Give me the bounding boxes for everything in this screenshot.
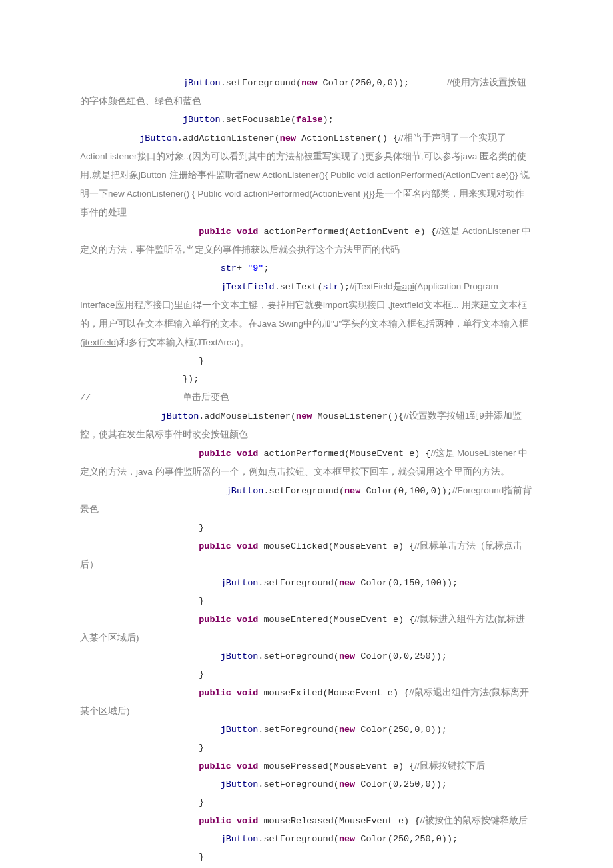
code-line: jButton.setForeground(new Color(0,0,250)…: [80, 647, 533, 665]
code-line: jButton.addActionListener(new ActionList…: [80, 129, 533, 222]
code-line: jButton.setForeground(new Color(250,250,…: [80, 830, 533, 848]
code-line: }: [80, 739, 533, 757]
code-line: public void mouseClicked(MouseEvent e) {…: [80, 537, 533, 574]
code-line: public void mouseEntered(MouseEvent e) {…: [80, 610, 533, 647]
code-line: }: [80, 848, 533, 866]
code-line: jButton.setForeground(new Color(0,150,10…: [80, 574, 533, 592]
code-line: jButton.setForeground(new Color(250,0,0)…: [80, 721, 533, 739]
code-line: });: [80, 370, 533, 388]
code-line: public void actionPerformed(ActionEvent …: [80, 222, 533, 259]
code-line: jButton.setForeground(new Color(0,250,0)…: [80, 775, 533, 793]
code-line: public void mouseReleased(MouseEvent e) …: [80, 811, 533, 830]
code-document: jButton.setForeground(new Color(250,0,0)…: [0, 0, 613, 868]
code-line: }: [80, 592, 533, 610]
code-line: public void actionPerformed(MouseEvent e…: [80, 444, 533, 481]
code-line: str+="9";: [80, 259, 533, 277]
code-line: }: [80, 793, 533, 811]
code-line: public void mouseExited(MouseEvent e) {/…: [80, 683, 533, 721]
code-line: jButton.setForeground(new Color(250,0,0)…: [80, 73, 533, 111]
code-line: jTextField.setText(str);//jTextField是api…: [80, 277, 533, 352]
code-line: jButton.setFocusable(false);: [80, 111, 533, 129]
code-line: }: [80, 665, 533, 683]
code-line: jButton.setForeground(new Color(0,100,0)…: [80, 481, 533, 519]
code-line: }: [80, 519, 533, 537]
code-line: jButton.addMouseListener(new MouseListen…: [80, 407, 533, 444]
code-line: }: [80, 352, 533, 370]
code-line: // 单击后变色: [80, 388, 533, 407]
code-line: public void mousePressed(MouseEvent e) {…: [80, 757, 533, 775]
